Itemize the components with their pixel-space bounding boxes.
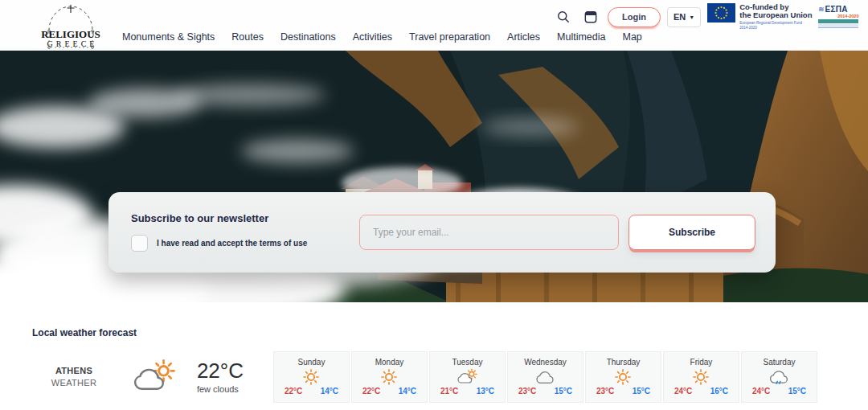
nav-item-monuments-sights[interactable]: Monuments & Sights <box>122 31 215 43</box>
day-name: Wednesday <box>524 358 567 367</box>
espa-footer-bar <box>818 24 858 28</box>
espa-badge: ≋ ΕΣΠΑ 2014-2020 <box>818 6 858 29</box>
forecast-day-card: Wednesday23°C15°C <box>507 351 583 403</box>
nav-item-multimedia[interactable]: Multimedia <box>557 31 605 43</box>
sun-icon <box>302 368 320 386</box>
day-low-temp: 15°C <box>555 387 572 396</box>
top-header: RELIGIOUS GREECE Login EN ▼ <box>0 0 868 51</box>
forecast-day-card: Sunday22°C14°C <box>273 351 350 403</box>
city-sub-label: WEATHER <box>39 377 109 389</box>
day-high-temp: 23°C <box>596 387 614 396</box>
day-high-temp: 21°C <box>440 387 458 396</box>
sun-icon <box>692 368 710 386</box>
nav-item-routes[interactable]: Routes <box>231 31 264 43</box>
religious-greece-logo-icon: RELIGIOUS GREECE <box>40 2 101 50</box>
terms-label: I have read and accept the terms of use <box>157 239 307 248</box>
nav-item-activities[interactable]: Activities <box>353 31 392 43</box>
day-low-temp: 15°C <box>788 387 806 396</box>
espa-teal-bar <box>818 19 858 23</box>
day-low-temp: 14°C <box>399 387 416 396</box>
calendar-icon <box>583 9 599 25</box>
day-low-temp: 14°C <box>321 387 338 396</box>
eu-cofunded-badge: Co-funded by the European Union European… <box>707 3 812 31</box>
day-high-temp: 23°C <box>518 387 536 396</box>
subscribe-button[interactable]: Subscribe <box>628 215 755 250</box>
current-desc: few clouds <box>197 384 244 395</box>
day-low-temp: 13°C <box>477 387 494 396</box>
nav-item-articles[interactable]: Articles <box>507 31 540 43</box>
day-name: Thursday <box>607 358 641 367</box>
nav-item-map[interactable]: Map <box>622 31 641 43</box>
day-name: Tuesday <box>452 358 482 367</box>
sun-cloud-icon <box>133 359 176 396</box>
forecast-day-card: Tuesday21°C13°C <box>429 351 506 403</box>
search-button[interactable] <box>553 6 574 27</box>
forecast-days: Sunday22°C14°CMonday22°C14°CTuesday21°C1… <box>273 351 817 403</box>
hero-section: Subscribe to our newsletter I have read … <box>0 51 868 302</box>
header-actions: Login EN ▼ Co-funded by the European Uni… <box>553 3 858 31</box>
current-temp: 22°C <box>197 359 244 383</box>
forecast-day-card: Friday24°C16°C <box>663 351 739 403</box>
sun-icon <box>380 368 398 386</box>
forecast-day-card: Monday22°C14°C <box>351 351 428 403</box>
eu-badge-subtext: European Regional Development Fund 2014-… <box>739 21 812 31</box>
city-name: ATHENS <box>39 365 109 377</box>
calendar-button[interactable] <box>580 6 601 27</box>
day-high-temp: 24°C <box>752 387 770 396</box>
terms-checkbox[interactable] <box>131 235 148 252</box>
logo-line2: GREECE <box>47 39 98 48</box>
site-logo[interactable]: RELIGIOUS GREECE <box>40 2 101 53</box>
sun-icon <box>614 368 632 386</box>
weather-section-title: Local weather forecast <box>32 327 836 338</box>
newsletter-title: Subscribe to our newsletter <box>131 212 268 224</box>
day-name: Friday <box>690 358 713 367</box>
day-name: Sunday <box>298 358 326 367</box>
forecast-day-card: Thursday23°C15°C <box>585 351 661 403</box>
weather-section: Local weather forecast ATHENS WEATHER 22… <box>0 302 868 403</box>
cloud-icon <box>536 368 554 386</box>
eu-badge-line2: the European Union <box>739 11 812 19</box>
sun-cloud-icon <box>457 368 477 386</box>
nav-item-travel-preparation[interactable]: Travel preparation <box>409 31 490 43</box>
newsletter-card: Subscribe to our newsletter I have read … <box>108 192 776 273</box>
day-low-temp: 16°C <box>710 387 728 396</box>
day-high-temp: 22°C <box>285 387 302 396</box>
espa-wave-icon: ≋ <box>818 6 824 13</box>
day-high-temp: 24°C <box>674 387 692 396</box>
espa-years: 2014-2020 <box>818 14 858 19</box>
day-name: Saturday <box>763 358 795 367</box>
login-button[interactable]: Login <box>608 7 661 27</box>
day-high-temp: 22°C <box>362 387 380 396</box>
language-label: EN <box>674 12 686 22</box>
chevron-down-icon: ▼ <box>689 14 694 20</box>
current-city: ATHENS WEATHER <box>39 365 109 389</box>
current-conditions: 22°C few clouds <box>197 359 244 395</box>
day-low-temp: 15°C <box>633 387 650 396</box>
main-nav: Monuments & SightsRoutesDestinationsActi… <box>122 31 642 43</box>
day-name: Monday <box>375 358 404 367</box>
eu-flag-icon <box>707 3 735 23</box>
rain-cloud-icon <box>770 368 788 386</box>
nav-item-destinations[interactable]: Destinations <box>280 31 336 43</box>
search-icon <box>555 9 571 25</box>
email-input[interactable] <box>359 215 619 250</box>
language-selector[interactable]: EN ▼ <box>667 7 701 27</box>
forecast-day-card: Saturday24°C15°C <box>741 351 817 403</box>
espa-title: ΕΣΠΑ <box>825 6 847 14</box>
